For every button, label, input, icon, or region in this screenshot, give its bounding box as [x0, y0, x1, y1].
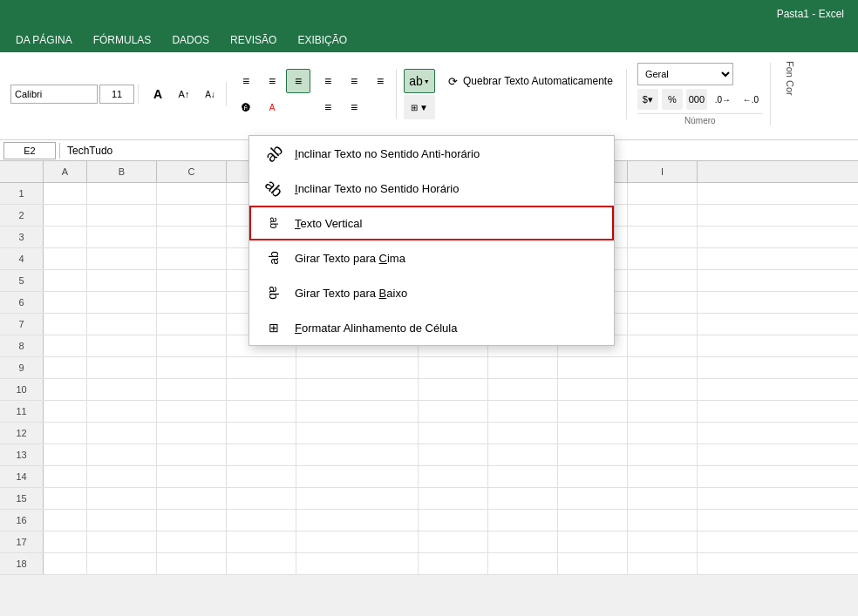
cell-c7[interactable] [157, 314, 227, 335]
cell-e13[interactable] [296, 444, 419, 465]
cell-i11[interactable] [628, 401, 698, 422]
row-number[interactable]: 13 [0, 444, 44, 465]
cell-b3[interactable] [87, 227, 157, 247]
col-header-i[interactable]: I [628, 161, 698, 182]
font-name-input[interactable] [10, 85, 98, 104]
cell-i15[interactable] [628, 488, 698, 509]
cell-c10[interactable] [157, 379, 227, 400]
row-number[interactable]: 10 [0, 379, 44, 400]
cell-f12[interactable] [419, 423, 488, 443]
cell-b12[interactable] [87, 423, 157, 443]
cell-b13[interactable] [87, 444, 157, 465]
cell-i4[interactable] [628, 248, 698, 269]
cell-a17[interactable] [44, 531, 87, 552]
row-number[interactable]: 3 [0, 227, 44, 247]
cell-h13[interactable] [558, 444, 628, 465]
currency-button[interactable]: $▾ [637, 89, 658, 110]
cell-b1[interactable] [87, 183, 157, 204]
cell-d13[interactable] [227, 444, 296, 465]
align-top-button[interactable]: ≡ [234, 69, 258, 93]
cell-d12[interactable] [227, 423, 296, 443]
cell-c17[interactable] [157, 531, 227, 552]
cell-h14[interactable] [558, 466, 628, 487]
cell-f18[interactable] [419, 553, 488, 574]
cell-g16[interactable] [488, 510, 558, 531]
row-number[interactable]: 12 [0, 423, 44, 443]
decimal-increase-button[interactable]: .0→ [711, 87, 735, 112]
cell-i7[interactable] [628, 314, 698, 335]
cell-c15[interactable] [157, 488, 227, 509]
cell-a18[interactable] [44, 553, 87, 574]
cell-h9[interactable] [558, 357, 628, 378]
menu-da-pagina[interactable]: DA PÁGINA [7, 30, 81, 50]
cell-a11[interactable] [44, 401, 87, 422]
menu-formulas[interactable]: FÓRMULAS [85, 30, 160, 50]
menu-dados[interactable]: DADOS [163, 30, 218, 50]
cell-e17[interactable] [296, 531, 419, 552]
cell-i6[interactable] [628, 292, 698, 313]
cell-a9[interactable] [44, 357, 87, 378]
cell-d10[interactable] [227, 379, 296, 400]
cell-c11[interactable] [157, 401, 227, 422]
cell-a10[interactable] [44, 379, 87, 400]
cell-b4[interactable] [87, 248, 157, 269]
row-number[interactable]: 11 [0, 401, 44, 422]
cell-i12[interactable] [628, 423, 698, 443]
cell-d17[interactable] [227, 531, 296, 552]
cell-c5[interactable] [157, 270, 227, 291]
cell-h15[interactable] [558, 488, 628, 509]
cell-i14[interactable] [628, 466, 698, 487]
cell-d15[interactable] [227, 488, 296, 509]
cell-f13[interactable] [419, 444, 488, 465]
align-middle-button[interactable]: ≡ [260, 69, 284, 93]
cell-i3[interactable] [628, 227, 698, 247]
row-number[interactable]: 2 [0, 205, 44, 226]
percent-button[interactable]: % [662, 89, 683, 110]
cell-a14[interactable] [44, 466, 87, 487]
cell-d11[interactable] [227, 401, 296, 422]
cell-a12[interactable] [44, 423, 87, 443]
cell-e15[interactable] [296, 488, 419, 509]
row-number[interactable]: 9 [0, 357, 44, 378]
cell-a8[interactable] [44, 335, 87, 356]
cell-b7[interactable] [87, 314, 157, 335]
cell-d16[interactable] [227, 510, 296, 531]
align-left-button[interactable]: ≡ [316, 69, 340, 93]
cell-f11[interactable] [419, 401, 488, 422]
bold-button[interactable]: A [146, 82, 170, 106]
cell-i8[interactable] [628, 335, 698, 356]
name-box[interactable]: E2 [3, 142, 56, 159]
decimal-decrease-button[interactable]: ←.0 [739, 87, 763, 112]
cell-i17[interactable] [628, 531, 698, 552]
col-header-a[interactable]: A [44, 161, 87, 182]
cell-g14[interactable] [488, 466, 558, 487]
vertical-item[interactable]: ab Texto Vertical [249, 206, 614, 240]
cell-e16[interactable] [296, 510, 419, 531]
cell-i9[interactable] [628, 357, 698, 378]
cell-b16[interactable] [87, 510, 157, 531]
row-number[interactable]: 15 [0, 488, 44, 509]
cell-e12[interactable] [296, 423, 419, 443]
cell-b18[interactable] [87, 553, 157, 574]
orientation-button[interactable]: ab▼ [404, 69, 435, 93]
cell-c8[interactable] [157, 335, 227, 356]
cell-i16[interactable] [628, 510, 698, 531]
cell-c14[interactable] [157, 466, 227, 487]
cell-b15[interactable] [87, 488, 157, 509]
cell-a13[interactable] [44, 444, 87, 465]
cell-b17[interactable] [87, 531, 157, 552]
cell-g18[interactable] [488, 553, 558, 574]
cell-i13[interactable] [628, 444, 698, 465]
cell-g10[interactable] [488, 379, 558, 400]
comma-button[interactable]: 000 [686, 89, 707, 110]
cell-i5[interactable] [628, 270, 698, 291]
cell-g13[interactable] [488, 444, 558, 465]
cell-a6[interactable] [44, 292, 87, 313]
cell-f14[interactable] [419, 466, 488, 487]
cell-f10[interactable] [419, 379, 488, 400]
col-header-b[interactable]: B [87, 161, 157, 182]
row-number[interactable]: 17 [0, 531, 44, 552]
wrap-text-button[interactable]: ⟳ Quebrar Texto Automaticamente [439, 69, 623, 93]
cell-g12[interactable] [488, 423, 558, 443]
girar-cima-item[interactable]: ab Girar Texto para Cima [249, 240, 614, 275]
